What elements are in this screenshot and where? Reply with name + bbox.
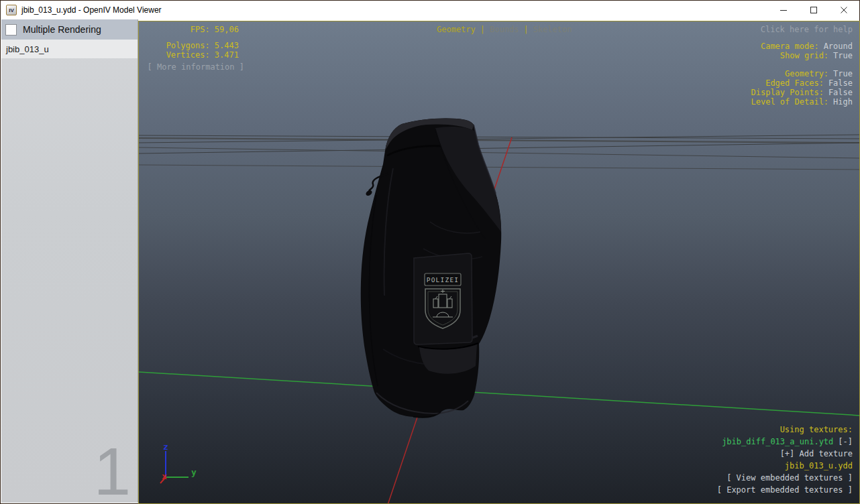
remove-texture-button[interactable]: [-] [838,437,853,446]
model-shirt: POLIZEI [361,118,501,418]
minimize-button[interactable] [768,1,798,19]
model-file-name: jbib_013_u.ydd [717,460,853,472]
gizmo-y-label: y [191,467,197,477]
using-textures-header: Using textures: [717,424,853,436]
close-icon [840,6,848,14]
app-icon: IV [6,5,17,15]
polizei-patch: POLIZEI [425,273,461,328]
setting-level-of-detail[interactable]: Level of Detail:High [751,97,853,107]
sidebar: Multiple Rendering jbib_013_u 1 [1,19,138,503]
help-link[interactable]: Click here for help [751,25,853,34]
setting-camera-mode[interactable]: Camera mode:Around [751,42,853,51]
gizmo-x-label: x [162,471,167,481]
setting-show-grid[interactable]: Show grid:True [751,51,853,60]
model-list-item[interactable]: jbib_013_u [1,40,138,58]
tab-separator: | [480,25,485,34]
tab-geometry[interactable]: Geometry [437,25,476,34]
multiple-rendering-checkbox[interactable] [5,24,17,36]
add-texture-button[interactable]: [+] Add texture [717,448,853,460]
more-information-link[interactable]: [ More information ] [145,62,244,72]
setting-geometry[interactable]: Geometry:True [751,69,853,78]
view-tabs: Geometry|Bounds|Skeleton [437,25,572,34]
sidebar-watermark: 1 [93,445,129,497]
viewport-3d[interactable]: POLIZEI [138,21,860,504]
tab-bounds[interactable]: Bounds [490,25,519,34]
app-icon-text: IV [9,7,14,13]
texture-file-name[interactable]: jbib_diff_013_a_uni.ytd [722,437,833,446]
polygons-count: Polygons: 5.443 [145,41,244,50]
setting-display-points[interactable]: Display Points:False [751,88,853,97]
axis-line-y [139,372,860,416]
close-button[interactable] [828,1,859,19]
gizmo-z-label: z [163,442,168,452]
maximize-icon [810,6,818,14]
export-embedded-textures-button[interactable]: [ Export embedded textures ] [717,484,853,496]
stats-panel: FPS: 59,06 Polygons: 5.443 Vertices: 3.4… [145,25,244,72]
vertices-count: Vertices: 3.471 [145,50,244,60]
axis-gizmo: z y x [160,442,197,483]
app-window: IV jbib_013_u.ydd - OpenIV Model Viewer [0,0,860,504]
window-title: jbib_013_u.ydd - OpenIV Model Viewer [21,5,162,15]
textures-panel: Using textures: jbib_diff_013_a_uni.ytd[… [717,424,853,496]
multiple-rendering-label: Multiple Rendering [23,24,101,35]
minimize-icon [780,6,788,14]
setting-edged-faces[interactable]: Edged Faces:False [751,78,853,88]
tab-separator: | [523,25,528,34]
window-controls [768,1,859,19]
settings-panel: Click here for help Camera mode:Around S… [751,25,853,107]
grid-lines [139,135,860,170]
tab-skeleton[interactable]: Skeleton [533,25,572,34]
view-embedded-textures-button[interactable]: [ View embedded textures ] [717,472,853,484]
fps-counter: FPS: 59,06 [145,25,244,34]
title-bar[interactable]: IV jbib_013_u.ydd - OpenIV Model Viewer [1,1,859,19]
multiple-rendering-row[interactable]: Multiple Rendering [1,19,138,40]
maximize-button[interactable] [798,1,828,19]
texture-row: jbib_diff_013_a_uni.ytd[-] [717,436,853,448]
polizei-patch-text: POLIZEI [427,276,459,284]
